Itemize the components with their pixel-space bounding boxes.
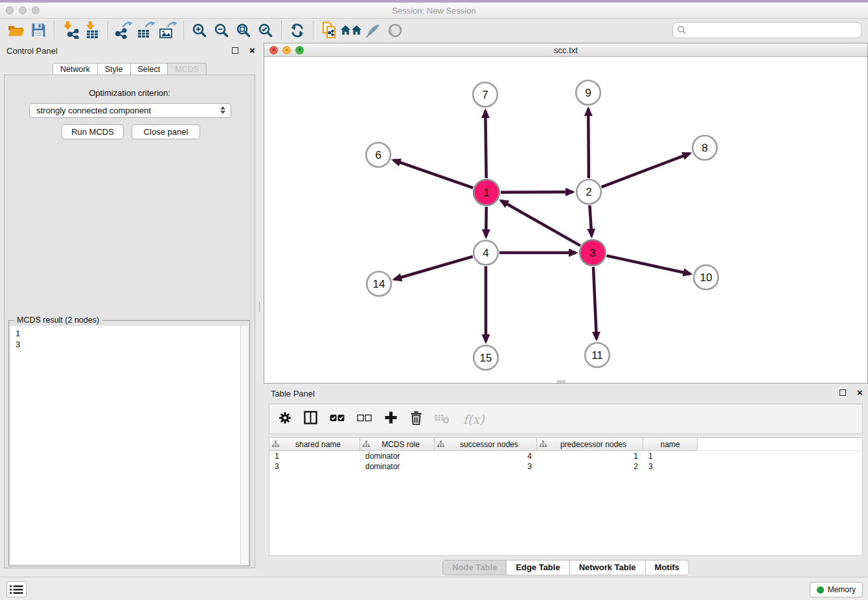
- cell-mcds-role[interactable]: dominator: [360, 452, 435, 461]
- function-builder-icon[interactable]: f(x): [463, 412, 485, 426]
- optimization-criterion-label: Optimization criterion:: [5, 88, 255, 98]
- cell-shared-name[interactable]: 3: [269, 462, 360, 471]
- column-header-successor-nodes[interactable]: successor nodes: [435, 438, 537, 451]
- graph-node-label: 8: [702, 142, 707, 154]
- task-history-button[interactable]: [6, 581, 27, 597]
- clone-network-icon[interactable]: [318, 21, 340, 40]
- graph-edge-2-9[interactable]: [588, 109, 589, 178]
- graph-node-label: 3: [589, 247, 595, 259]
- canvas-resize-handle[interactable]: [557, 380, 565, 383]
- memory-status-dot: [817, 586, 824, 594]
- tab-select[interactable]: Select: [131, 63, 168, 75]
- window-titlebar[interactable]: Session: New Session: [0, 3, 868, 19]
- close-panel-icon[interactable]: ×: [857, 389, 863, 396]
- panel-splitter-handle[interactable]: [259, 302, 262, 312]
- close-panel-icon[interactable]: ×: [249, 47, 255, 54]
- style-brush-icon[interactable]: [362, 21, 384, 40]
- column-header-name[interactable]: name: [643, 438, 698, 451]
- column-header-shared-name[interactable]: shared name: [269, 438, 360, 451]
- column-header-mcds-role[interactable]: MCDS role: [360, 438, 435, 451]
- graph-edge-4-14[interactable]: [394, 257, 473, 279]
- graph-edge-1-7[interactable]: [485, 111, 486, 178]
- table-row[interactable]: 1 dominator 4 1 1: [269, 451, 862, 461]
- network-canvas-svg: 7968124314101511: [264, 57, 867, 383]
- graph-node-label: 2: [586, 186, 591, 198]
- run-mcds-button[interactable]: Run MCDS: [62, 124, 124, 139]
- delete-table-icon[interactable]: [435, 412, 450, 426]
- graph-edge-3-10[interactable]: [606, 256, 690, 274]
- import-network-icon[interactable]: [59, 21, 81, 40]
- float-panel-icon[interactable]: [839, 389, 846, 396]
- tab-style[interactable]: Style: [98, 63, 131, 75]
- network-window-titlebar[interactable]: × − + scc.txt: [264, 43, 867, 57]
- dropdown-stepper-icon: [220, 106, 225, 114]
- dropdown-value: strongly connected component: [36, 106, 151, 115]
- refresh-layout-icon[interactable]: [286, 21, 308, 40]
- result-line: 3: [16, 339, 243, 350]
- table-row[interactable]: 3 dominator 3 2 3: [269, 461, 862, 472]
- graph-edge-3-1[interactable]: [501, 201, 580, 246]
- tab-edge-table[interactable]: Edge Table: [507, 560, 569, 575]
- export-table-icon[interactable]: [135, 21, 157, 40]
- column-layout-icon[interactable]: [304, 411, 317, 427]
- export-network-icon[interactable]: [113, 21, 135, 40]
- save-session-icon[interactable]: [27, 21, 49, 40]
- search-input[interactable]: [672, 22, 862, 38]
- search-icon: [677, 25, 687, 38]
- optimization-criterion-dropdown[interactable]: strongly connected component: [29, 103, 231, 118]
- toolbar-separator: [183, 21, 184, 40]
- cell-predecessor-nodes[interactable]: 1: [537, 452, 643, 461]
- cell-successor-nodes[interactable]: 4: [435, 452, 537, 461]
- select-all-columns-icon[interactable]: [330, 413, 345, 426]
- tab-node-table[interactable]: Node Table: [442, 560, 507, 575]
- close-panel-button[interactable]: Close panel: [131, 124, 200, 139]
- graph-node-label: 10: [700, 271, 713, 284]
- graph-edge-3-11[interactable]: [593, 267, 597, 339]
- float-panel-icon[interactable]: [232, 47, 238, 54]
- result-scrollbar[interactable]: [240, 326, 248, 564]
- mcds-result-group: MCDS result (2 nodes) 1 3: [8, 320, 250, 566]
- network-canvas[interactable]: 7968124314101511: [264, 57, 867, 383]
- import-table-icon[interactable]: [81, 21, 103, 40]
- add-column-icon[interactable]: [384, 411, 398, 427]
- cell-name[interactable]: 1: [643, 452, 698, 461]
- cell-mcds-role[interactable]: dominator: [360, 462, 435, 471]
- graphics-details-icon[interactable]: [384, 21, 406, 40]
- cell-name[interactable]: 3: [643, 462, 698, 471]
- graph-edge-2-8[interactable]: [602, 154, 690, 187]
- toolbar-separator: [313, 21, 314, 40]
- hierarchy-icon: [437, 441, 444, 448]
- tab-mcds[interactable]: MCDS: [168, 63, 207, 75]
- network-window-title: scc.txt: [264, 45, 867, 55]
- export-image-icon[interactable]: [157, 21, 179, 40]
- memory-button[interactable]: Memory: [810, 582, 863, 597]
- tab-network-table[interactable]: Network Table: [570, 560, 646, 575]
- first-neighbors-icon[interactable]: [340, 21, 362, 40]
- tab-network[interactable]: Network: [52, 63, 98, 75]
- main-toolbar: [0, 19, 868, 41]
- application-window: Session: New Session: [0, 0, 868, 600]
- hierarchy-icon: [363, 441, 370, 448]
- unselect-all-columns-icon[interactable]: [357, 413, 372, 426]
- graph-node-label: 14: [373, 278, 385, 290]
- column-header-predecessor-nodes[interactable]: predecessor nodes: [537, 438, 643, 451]
- zoom-selected-icon[interactable]: [255, 21, 277, 40]
- settings-gear-icon[interactable]: [279, 411, 291, 427]
- zoom-in-icon[interactable]: [188, 21, 211, 40]
- open-session-icon[interactable]: [5, 21, 27, 40]
- graph-node-label: 6: [375, 149, 381, 161]
- mcds-result-area[interactable]: 1 3: [10, 326, 248, 564]
- delete-column-icon[interactable]: [410, 411, 422, 428]
- search-field-wrap: [672, 22, 862, 38]
- graph-edge-2-3[interactable]: [589, 205, 591, 236]
- status-bar: Memory: [0, 577, 868, 600]
- cell-shared-name[interactable]: 1: [269, 452, 360, 461]
- graph-edge-1-6[interactable]: [394, 160, 474, 188]
- cell-successor-nodes[interactable]: 3: [435, 462, 537, 471]
- tab-motifs[interactable]: Motifs: [646, 560, 689, 575]
- table-toolbar: f(x): [269, 404, 863, 434]
- cell-predecessor-nodes[interactable]: 2: [537, 462, 643, 471]
- graph-edge-1-2[interactable]: [501, 192, 573, 192]
- zoom-fit-icon[interactable]: [233, 21, 255, 40]
- zoom-out-icon[interactable]: [211, 21, 233, 40]
